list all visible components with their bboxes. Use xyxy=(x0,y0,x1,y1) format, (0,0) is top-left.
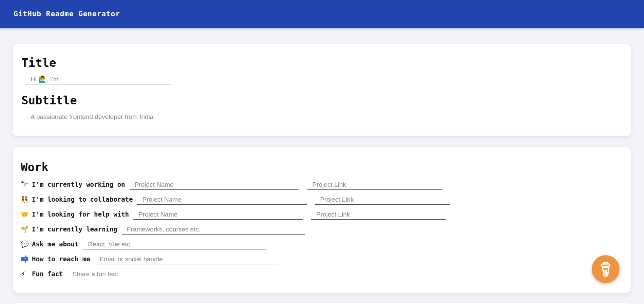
work-row: 💬Ask me about xyxy=(21,240,618,249)
handshake-icon: 🤝 xyxy=(21,211,32,218)
help-with-project-link-input[interactable] xyxy=(311,210,446,220)
work-row-label: I'm looking for help with xyxy=(32,210,129,218)
speech-balloon-icon: 💬 xyxy=(21,241,32,247)
currently-working-on-project-link-input[interactable] xyxy=(307,180,442,190)
fun-fact-input[interactable] xyxy=(68,270,251,279)
work-row-label: I'm currently working on xyxy=(32,181,125,188)
mailbox-icon: 📫 xyxy=(21,256,32,262)
work-row-label: I'm currently learning xyxy=(32,225,117,233)
work-rows: 🔭I'm currently working on👯I'm looking to… xyxy=(21,180,618,279)
collaborate-project-link-input[interactable] xyxy=(315,195,450,205)
work-row-label: I'm looking to collaborate xyxy=(32,196,133,203)
work-row: 📫How to reach me xyxy=(21,255,618,264)
app-title: GitHub Readme Generator xyxy=(14,10,120,18)
subtitle-input[interactable] xyxy=(25,113,171,122)
telescope-icon: 🔭 xyxy=(21,181,32,188)
work-row: ⚡Fun fact xyxy=(21,270,618,279)
work-row-label: Fun fact xyxy=(32,270,63,278)
work-heading: Work xyxy=(21,161,618,174)
work-row: 🌱I'm currently learning xyxy=(21,225,618,235)
currently-learning-input[interactable] xyxy=(122,225,305,235)
currently-working-on-project-name-input[interactable] xyxy=(130,180,299,190)
help-with-project-name-input[interactable] xyxy=(133,210,303,220)
title-input[interactable] xyxy=(25,75,171,84)
ask-me-about-input[interactable] xyxy=(83,240,266,249)
app-header: GitHub Readme Generator xyxy=(0,0,644,28)
work-row-label: How to reach me xyxy=(32,255,90,263)
work-row: 🔭I'm currently working on xyxy=(21,180,618,190)
coffee-cup-icon xyxy=(598,261,613,278)
intro-card: Title Subtitle xyxy=(13,44,631,136)
work-row: 🤝I'm looking for help with xyxy=(21,210,618,220)
seedling-icon: 🌱 xyxy=(21,226,32,232)
work-row-label: Ask me about xyxy=(32,240,78,248)
subtitle-heading: Subtitle xyxy=(21,94,618,107)
collaborate-project-name-input[interactable] xyxy=(137,195,307,205)
lightning-bolt-icon: ⚡ xyxy=(21,271,32,277)
main-content: Title Subtitle Work 🔭I'm currently worki… xyxy=(0,44,644,304)
people-dancing-icon: 👯 xyxy=(21,196,32,203)
how-to-reach-me-input[interactable] xyxy=(95,255,278,264)
work-card: Work 🔭I'm currently working on👯I'm looki… xyxy=(13,147,631,293)
title-heading: Title xyxy=(21,56,618,69)
buy-me-a-coffee-button[interactable] xyxy=(592,255,620,283)
work-row: 👯I'm looking to collaborate xyxy=(21,195,618,205)
